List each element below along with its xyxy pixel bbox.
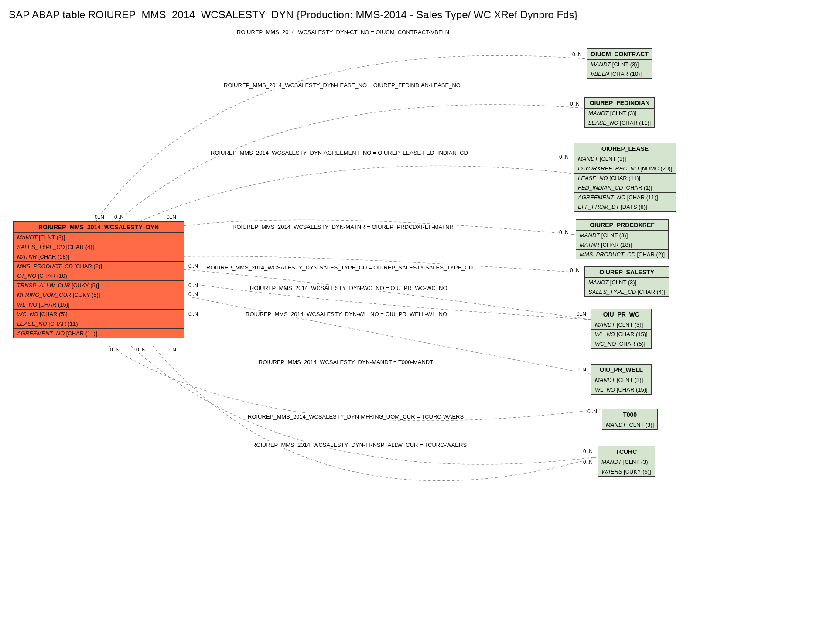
cardinality-label: 0..N bbox=[188, 283, 199, 289]
relation-label: ROIUREP_MMS_2014_WCSALESTY_DYN-SALES_TYP… bbox=[205, 264, 474, 271]
entity-name: OIU_PR_WELL bbox=[591, 365, 651, 375]
table-row: MMS_PRODUCT_CD [CHAR (2)] bbox=[576, 250, 668, 259]
table-row: WL_NO [CHAR (15)] bbox=[591, 330, 651, 339]
ref-entity-oiurep-prdcdxref: OIUREP_PRDCDXREF MANDT [CLNT (3)] MATNR … bbox=[576, 219, 669, 259]
relation-label: ROIUREP_MMS_2014_WCSALESTY_DYN-MATNR = O… bbox=[231, 224, 455, 230]
table-row: VBELN [CHAR (10)] bbox=[587, 69, 652, 78]
table-row: MFRING_UOM_CUR [CUKY (5)] bbox=[14, 290, 184, 300]
entity-name: OIUREP_PRDCDXREF bbox=[576, 220, 668, 231]
cardinality-label: 0..N bbox=[576, 367, 587, 373]
cardinality-label: 0..N bbox=[188, 263, 199, 269]
relation-label: ROIUREP_MMS_2014_WCSALESTY_DYN-WL_NO = O… bbox=[244, 311, 448, 317]
ref-entity-t000: T000 MANDT [CLNT (3)] bbox=[602, 409, 658, 430]
relation-label: ROIUREP_MMS_2014_WCSALESTY_DYN-LEASE_NO … bbox=[222, 82, 462, 89]
table-row: MANDT [CLNT (3)] bbox=[598, 457, 655, 467]
ref-entity-oiurep-lease: OIUREP_LEASE MANDT [CLNT (3)] PAYORXREF_… bbox=[574, 143, 676, 212]
cardinality-label: 0..N bbox=[558, 229, 570, 235]
cardinality-label: 0..N bbox=[569, 267, 581, 273]
relation-label: ROIUREP_MMS_2014_WCSALESTY_DYN-MANDT = T… bbox=[257, 359, 434, 365]
main-entity-name: ROIUREP_MMS_2014_WCSALESTY_DYN bbox=[14, 222, 184, 233]
table-row: MANDT [CLNT (3)] bbox=[585, 278, 669, 287]
cardinality-label: 0..N bbox=[135, 347, 147, 353]
table-row: MANDT [CLNT (3)] bbox=[585, 109, 654, 118]
cardinality-label: 0..N bbox=[582, 448, 594, 454]
table-row: MATNR [CHAR (18)] bbox=[14, 252, 184, 262]
entity-name: OIUREP_LEASE bbox=[574, 143, 676, 154]
table-row: WAERS [CUKY (5)] bbox=[598, 467, 655, 476]
er-diagram: ROIUREP_MMS_2014_WCSALESTY_DYN MANDT [CL… bbox=[9, 23, 821, 642]
table-row: MMS_PRODUCT_CD [CHAR (2)] bbox=[14, 262, 184, 271]
table-row: MATNR [CHAR (18)] bbox=[576, 240, 668, 250]
table-row: MANDT [CLNT (3)] bbox=[587, 60, 652, 69]
ref-entity-oiurep-fedindian: OIUREP_FEDINDIAN MANDT [CLNT (3)] LEASE_… bbox=[584, 97, 655, 128]
table-row: MANDT [CLNT (3)] bbox=[14, 233, 184, 242]
relation-label: ROIUREP_MMS_2014_WCSALESTY_DYN-AGREEMENT… bbox=[209, 150, 469, 156]
cardinality-label: 0..N bbox=[113, 214, 125, 220]
cardinality-label: 0..N bbox=[166, 214, 177, 220]
table-row: LEASE_NO [CHAR (11)] bbox=[574, 174, 676, 183]
cardinality-label: 0..N bbox=[188, 311, 199, 317]
entity-name: T000 bbox=[602, 409, 657, 420]
table-row: MANDT [CLNT (3)] bbox=[591, 320, 651, 330]
table-row: MANDT [CLNT (3)] bbox=[576, 231, 668, 240]
cardinality-label: 0..N bbox=[166, 347, 177, 353]
cardinality-label: 0..N bbox=[571, 51, 583, 58]
table-row: MANDT [CLNT (3)] bbox=[602, 420, 657, 429]
entity-name: OIUREP_FEDINDIAN bbox=[585, 98, 654, 109]
relation-label: ROIUREP_MMS_2014_WCSALESTY_DYN-MFRING_UO… bbox=[246, 413, 465, 420]
cardinality-label: 0..N bbox=[569, 101, 581, 107]
main-entity-table: ROIUREP_MMS_2014_WCSALESTY_DYN MANDT [CL… bbox=[13, 221, 184, 338]
table-row: LEASE_NO [CHAR (11)] bbox=[14, 319, 184, 329]
entity-name: OIUCM_CONTRACT bbox=[587, 49, 652, 60]
table-row: AGREEMENT_NO [CHAR (11)] bbox=[574, 193, 676, 202]
table-row: SALES_TYPE_CD [CHAR (4)] bbox=[14, 242, 184, 252]
table-row: MANDT [CLNT (3)] bbox=[574, 154, 676, 164]
table-row: WC_NO [CHAR (5)] bbox=[591, 339, 651, 348]
ref-entity-oiucm-contract: OIUCM_CONTRACT MANDT [CLNT (3)] VBELN [C… bbox=[587, 48, 652, 79]
relation-label: ROIUREP_MMS_2014_WCSALESTY_DYN-TRNSP_ALL… bbox=[251, 442, 468, 448]
entity-name: OIUREP_SALESTY bbox=[585, 267, 669, 278]
ref-entity-oiu-pr-well: OIU_PR_WELL MANDT [CLNT (3)] WL_NO [CHAR… bbox=[591, 364, 652, 395]
table-row: LEASE_NO [CHAR (11)] bbox=[585, 118, 654, 127]
cardinality-label: 0..N bbox=[587, 409, 598, 415]
table-row: WL_NO [CHAR (15)] bbox=[14, 300, 184, 310]
table-row: MANDT [CLNT (3)] bbox=[591, 375, 651, 385]
table-row: TRNSP_ALLW_CUR [CUKY (5)] bbox=[14, 281, 184, 290]
cardinality-label: 0..N bbox=[558, 154, 570, 160]
relation-label: ROIUREP_MMS_2014_WCSALESTY_DYN-WC_NO = O… bbox=[249, 285, 449, 291]
entity-name: TCURC bbox=[598, 446, 655, 457]
page-title: SAP ABAP table ROIUREP_MMS_2014_WCSALEST… bbox=[9, 9, 821, 21]
cardinality-label: 0..N bbox=[576, 311, 587, 317]
cardinality-label: 0..N bbox=[94, 214, 105, 220]
table-row: WL_NO [CHAR (15)] bbox=[591, 385, 651, 394]
ref-entity-tcurc: TCURC MANDT [CLNT (3)] WAERS [CUKY (5)] bbox=[598, 446, 655, 477]
cardinality-label: 0..N bbox=[582, 459, 594, 465]
relation-label: ROIUREP_MMS_2014_WCSALESTY_DYN-CT_NO = O… bbox=[236, 29, 451, 35]
cardinality-label: 0..N bbox=[188, 291, 199, 297]
table-row: EFF_FROM_DT [DATS (8)] bbox=[574, 202, 676, 211]
table-row: WC_NO [CHAR (5)] bbox=[14, 310, 184, 319]
entity-name: OIU_PR_WC bbox=[591, 309, 651, 320]
cardinality-label: 0..N bbox=[109, 347, 120, 353]
table-row: FED_INDIAN_CD [CHAR (1)] bbox=[574, 183, 676, 193]
table-row: SALES_TYPE_CD [CHAR (4)] bbox=[585, 287, 669, 296]
table-row: PAYORXREF_REC_NO [NUMC (20)] bbox=[574, 164, 676, 174]
table-row: CT_NO [CHAR (10)] bbox=[14, 271, 184, 281]
ref-entity-oiu-pr-wc: OIU_PR_WC MANDT [CLNT (3)] WL_NO [CHAR (… bbox=[591, 309, 652, 349]
ref-entity-oiurep-salesty: OIUREP_SALESTY MANDT [CLNT (3)] SALES_TY… bbox=[584, 266, 669, 297]
table-row: AGREEMENT_NO [CHAR (11)] bbox=[14, 329, 184, 338]
